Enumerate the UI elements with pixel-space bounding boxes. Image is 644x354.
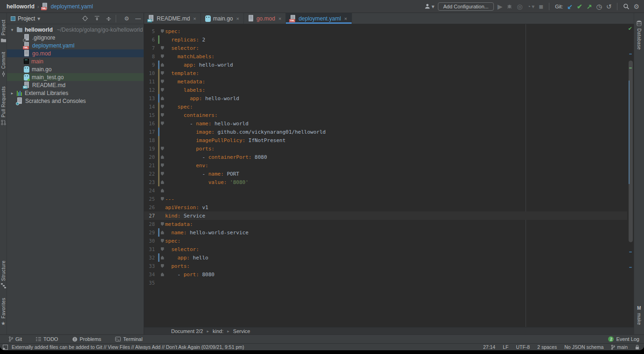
fold-end-icon[interactable] [161, 180, 164, 184]
settings-gear-icon[interactable]: ⚙ [633, 3, 639, 10]
fold-end-icon[interactable] [161, 96, 164, 100]
fold-column[interactable] [159, 231, 165, 234]
fold-start-icon[interactable] [161, 29, 164, 33]
fold-column[interactable] [159, 180, 165, 184]
fold-start-icon[interactable] [161, 113, 164, 117]
fold-end-icon[interactable] [161, 272, 164, 276]
tab-main-go[interactable]: main.go× [201, 13, 244, 24]
fold-start-icon[interactable] [161, 122, 164, 125]
tree-item-main-go[interactable]: main.go [7, 65, 144, 73]
git-push-icon[interactable]: ↗ [587, 3, 592, 10]
fold-end-icon[interactable] [161, 256, 164, 259]
tree-item-main-test-go[interactable]: main_test.go [7, 73, 144, 81]
close-icon[interactable]: × [344, 16, 347, 21]
editor[interactable]: 5spec:6 replicas: 27 selector:8 matchLab… [144, 24, 634, 327]
tree-item-main[interactable]: main [7, 57, 144, 65]
fold-end-icon[interactable] [161, 63, 164, 67]
code-line-16[interactable]: 16 - name: hello-world [144, 119, 627, 128]
tab-go-mod[interactable]: go.mod× [244, 13, 286, 24]
tool-stripe-button-make[interactable]: Mmake [637, 301, 642, 330]
tool-stripe-button-commit[interactable]: Commit [1, 47, 6, 82]
locate-file-icon[interactable] [82, 15, 88, 21]
code-line-26[interactable]: 26apiVersion: v1 [144, 203, 627, 211]
chevron-right-icon[interactable]: ▸ [10, 91, 14, 95]
tree-item-helloworld[interactable]: ▾helloworld~/Desktop/golang/go-ko/hellow… [7, 26, 144, 34]
code-line-12[interactable]: 12 labels: [144, 86, 627, 94]
stop-icon[interactable]: ◼ [539, 4, 543, 9]
fold-start-icon[interactable] [161, 71, 164, 75]
code-line-14[interactable]: 14 spec: [144, 102, 627, 111]
tool-stripe-button-structure[interactable]: Structure [1, 256, 6, 293]
tab-deployment-yaml[interactable]: YMLdeployment.yaml× [286, 13, 352, 24]
event-log-button[interactable]: 2Event Log [608, 336, 639, 342]
code-line-27[interactable]: 27kind: Service [144, 211, 627, 220]
fold-column[interactable] [159, 105, 165, 109]
fold-column[interactable] [159, 80, 165, 83]
status-main[interactable]: main [611, 344, 628, 350]
scrollbar-thumb[interactable] [629, 61, 633, 242]
status-2-spaces[interactable]: 2 spaces [537, 344, 557, 350]
fold-column[interactable] [159, 272, 165, 276]
collapse-all-icon[interactable] [106, 16, 111, 21]
close-icon[interactable]: × [193, 16, 196, 21]
rollback-icon[interactable]: ↺ [606, 3, 612, 10]
status-no-json-schema[interactable]: No JSON schema [564, 344, 603, 350]
fold-column[interactable] [159, 147, 165, 150]
code-line-7[interactable]: 7 selector: [144, 44, 627, 52]
toolwindow-button-todo[interactable]: TODO [36, 336, 58, 342]
tool-stripe-button-favorites[interactable]: Favorites★ [1, 293, 6, 331]
fold-column[interactable] [159, 122, 165, 125]
fold-column[interactable] [159, 189, 165, 192]
code-line-23[interactable]: 23 value: '8080' [144, 178, 627, 186]
fold-end-icon[interactable] [161, 189, 164, 192]
code-line-15[interactable]: 15 containers: [144, 111, 627, 119]
tree-item-readme-md[interactable]: MDREADME.md [7, 81, 144, 89]
code-line-28[interactable]: 28metadata: [144, 220, 627, 228]
editor-scrollbar[interactable] [627, 24, 634, 327]
tree-item-go-mod[interactable]: go.mod [7, 49, 144, 57]
breadcrumb-file[interactable]: deployment.yaml [51, 3, 93, 10]
tree-item-gitignore[interactable]: .gitignore [7, 34, 144, 41]
code-line-9[interactable]: 9 app: hello-world [144, 61, 627, 69]
code-line-17[interactable]: 17 image: github.com/vickynarang01/hello… [144, 128, 627, 136]
git-update-icon[interactable]: ↙ [567, 3, 573, 10]
code-line-13[interactable]: 13 app: hello-world [144, 94, 627, 102]
debug-icon[interactable] [506, 3, 512, 9]
user-menu-button[interactable]: ▾ [424, 3, 434, 9]
fold-column[interactable] [159, 88, 165, 92]
chevron-down-icon[interactable]: ▾ [10, 27, 14, 32]
tree-item-deployment-yaml[interactable]: YMLdeployment.yaml [7, 41, 144, 49]
close-icon[interactable]: × [236, 16, 239, 21]
fold-start-icon[interactable] [161, 88, 164, 92]
code-line-21[interactable]: 21 env: [144, 161, 627, 170]
fold-start-icon[interactable] [161, 105, 164, 109]
fold-column[interactable] [159, 155, 165, 159]
tool-stripe-button-project[interactable]: Project [1, 15, 6, 47]
fold-start-icon[interactable] [161, 239, 164, 243]
fold-start-icon[interactable] [161, 80, 164, 83]
breadcrumb-item-kind[interactable]: kind: [213, 328, 223, 334]
code-line-8[interactable]: 8 matchLabels: [144, 52, 627, 61]
tree-item-scratches-and-consoles[interactable]: Scratches and Consoles [7, 97, 144, 105]
code-line-34[interactable]: 34 - port: 8080 [144, 270, 627, 279]
toolwindow-button-problems[interactable]: Problems [72, 336, 101, 342]
fold-column[interactable] [159, 113, 165, 117]
toolwindow-toggle-icon[interactable] [3, 345, 8, 350]
run-button[interactable]: ▶ [498, 3, 503, 10]
breadcrumb-item-document-2-2[interactable]: Document 2/2 [171, 328, 203, 334]
code-line-18[interactable]: 18 imagePullPolicy: IfNotPresent [144, 136, 627, 144]
status-lock[interactable] [635, 345, 639, 350]
code-line-29[interactable]: 29 name: hello-world-service [144, 228, 627, 237]
fold-start-icon[interactable] [161, 163, 164, 167]
hide-panel-icon[interactable]: — [135, 15, 141, 22]
close-icon[interactable]: × [278, 16, 281, 21]
status-27-14[interactable]: 27:14 [483, 344, 495, 350]
project-panel-title[interactable]: Project [18, 15, 35, 22]
tree-item-external-libraries[interactable]: ▸External Libraries [7, 89, 144, 97]
fold-end-icon[interactable] [161, 231, 164, 234]
fold-column[interactable] [159, 163, 165, 167]
fold-start-icon[interactable] [161, 264, 164, 268]
breadcrumb-project[interactable]: helloworld [7, 3, 35, 10]
tool-stripe-button-database[interactable]: Database [637, 16, 642, 54]
tab-readme-md[interactable]: MDREADME.md× [144, 13, 201, 24]
